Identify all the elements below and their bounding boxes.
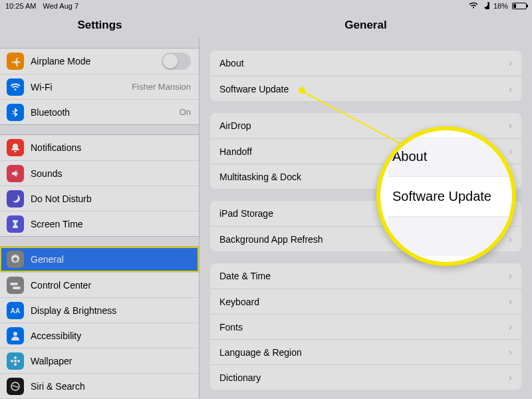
detail-row-label: Background App Refresh — [219, 234, 323, 245]
chevron-right-icon: › — [509, 321, 512, 333]
detail-row-label: Date & Time — [219, 271, 271, 281]
sidebar-item-general[interactable]: General — [0, 247, 199, 272]
sidebar-item-control-center[interactable]: Control Center — [0, 272, 199, 297]
chevron-right-icon: › — [509, 296, 512, 308]
detail-row-fonts[interactable]: Fonts› — [210, 314, 521, 339]
flower-icon — [7, 352, 24, 370]
wifi-icon — [469, 2, 478, 10]
battery-pct: 18% — [493, 2, 508, 10]
sidebar-item-wi-fi[interactable]: Wi-FiFisher Mansion — [0, 74, 199, 99]
aa-icon: AA — [7, 302, 24, 319]
detail-row-label: Multitasking & Dock — [219, 172, 301, 182]
chevron-right-icon: › — [509, 270, 512, 282]
sidebar-item-label: Accessibility — [31, 331, 81, 341]
chevron-right-icon: › — [509, 146, 512, 158]
gear-icon — [7, 251, 24, 268]
detail-row-label: Handoff — [219, 146, 252, 157]
magnifier-row-software-update: Software Update — [388, 176, 512, 216]
speaker-icon — [7, 165, 24, 182]
sidebar-item-accessibility[interactable]: Accessibility — [0, 323, 199, 348]
chevron-right-icon: › — [509, 233, 512, 245]
chevron-right-icon: › — [509, 57, 512, 69]
sidebar-item-label: Control Center — [31, 280, 91, 291]
svg-point-3 — [14, 356, 17, 359]
detail-row-date-time[interactable]: Date & Time› — [210, 263, 521, 289]
settings-sidebar[interactable]: Airplane ModeWi-FiFisher MansionBluetoot… — [0, 39, 200, 399]
sidebar-item-label: Bluetooth — [31, 107, 70, 118]
sidebar-item-value: Fisher Mansion — [132, 82, 191, 92]
detail-row-language-region[interactable]: Language & Region› — [210, 339, 521, 364]
person-icon — [7, 327, 24, 344]
sidebar-item-siri-search[interactable]: Siri & Search — [0, 373, 199, 398]
bluetooth-icon — [7, 104, 24, 121]
detail-row-keyboard[interactable]: Keyboard› — [210, 289, 521, 314]
detail-row-about[interactable]: About› — [210, 51, 521, 76]
sidebar-item-label: Display & Brightness — [31, 305, 116, 316]
svg-point-6 — [17, 360, 20, 362]
sidebar-item-do-not-disturb[interactable]: Do Not Disturb — [0, 186, 199, 211]
svg-point-1 — [13, 332, 17, 336]
status-date: Wed Aug 7 — [43, 2, 78, 10]
svg-point-4 — [14, 363, 17, 366]
magnifier-callout: About Software Update — [376, 126, 516, 266]
bell-icon — [7, 139, 24, 156]
sidebar-item-label: Screen Time — [31, 219, 83, 229]
switches-icon — [7, 277, 24, 294]
sidebar-item-display-brightness[interactable]: AADisplay & Brightness — [0, 297, 199, 323]
sidebar-title: Settings — [0, 12, 200, 39]
sidebar-item-label: Notifications — [31, 142, 81, 153]
sidebar-item-label: Siri & Search — [31, 381, 85, 392]
sidebar-item-label: Airplane Mode — [31, 56, 90, 66]
status-bar: 10:25 AM Wed Aug 7 18% — [0, 0, 532, 12]
detail-row-label: AirDrop — [219, 120, 251, 131]
detail-row-software-update[interactable]: Software Update› — [210, 76, 521, 101]
header-bar: Settings General — [0, 12, 532, 39]
chevron-right-icon: › — [509, 83, 512, 95]
detail-row-dictionary[interactable]: Dictionary› — [210, 364, 521, 390]
sidebar-item-notifications[interactable]: Notifications — [0, 135, 199, 160]
toggle-airplane-mode[interactable] — [162, 53, 191, 70]
svg-text:AA: AA — [11, 307, 20, 315]
sidebar-item-wallpaper[interactable]: Wallpaper — [0, 348, 199, 373]
sidebar-item-sounds[interactable]: Sounds — [0, 160, 199, 186]
detail-row-label: Fonts — [219, 322, 243, 332]
detail-title: General — [200, 12, 532, 39]
siri-icon — [7, 378, 24, 395]
dnd-moon-icon — [482, 2, 489, 11]
airplane-icon — [7, 53, 24, 70]
sidebar-item-label: Wi-Fi — [31, 82, 53, 92]
chevron-right-icon: › — [509, 372, 512, 384]
status-time: 10:25 AM — [5, 2, 36, 10]
detail-row-label: Software Update — [219, 84, 289, 94]
detail-row-label: iPad Storage — [219, 208, 273, 219]
sidebar-item-label: Wallpaper — [31, 356, 72, 366]
chevron-right-icon: › — [509, 346, 512, 358]
sidebar-item-value: On — [180, 107, 191, 117]
chevron-right-icon: › — [509, 120, 512, 132]
moon-icon — [7, 190, 24, 207]
sidebar-item-label: Do Not Disturb — [31, 194, 92, 204]
svg-point-2 — [14, 360, 17, 362]
detail-row-label: About — [219, 58, 244, 68]
battery-icon — [512, 3, 527, 9]
detail-row-label: Keyboard — [219, 297, 259, 307]
sidebar-item-screen-time[interactable]: Screen Time — [0, 211, 199, 236]
wifi-icon — [7, 78, 24, 96]
sidebar-item-label: Sounds — [31, 168, 62, 179]
svg-point-5 — [11, 360, 13, 362]
callout-dot — [299, 87, 305, 94]
sidebar-item-airplane-mode[interactable]: Airplane Mode — [0, 49, 199, 74]
sidebar-item-bluetooth[interactable]: BluetoothOn — [0, 99, 199, 124]
detail-row-label: Language & Region — [219, 347, 302, 358]
detail-row-label: Dictionary — [219, 372, 261, 383]
sidebar-item-label: General — [31, 254, 64, 265]
hourglass-icon — [7, 215, 24, 233]
